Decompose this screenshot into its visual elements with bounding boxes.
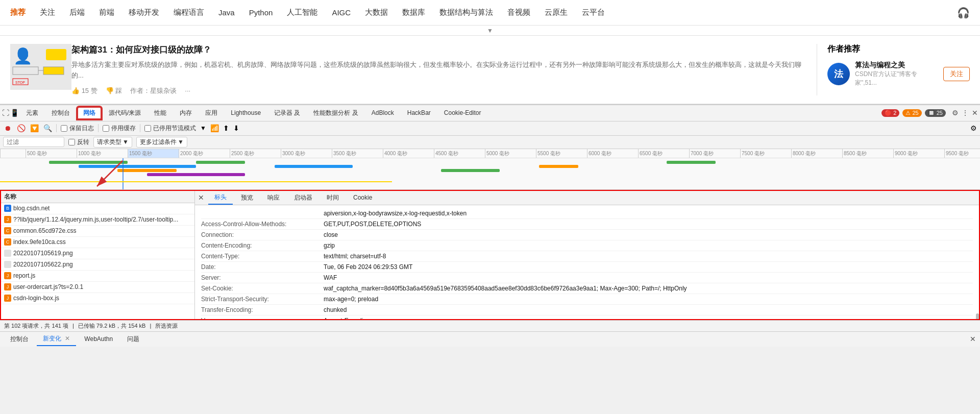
tab-perf-insights[interactable]: 性能数据分析 及 (307, 107, 364, 119)
nav-item-cloud-native[interactable]: 云原生 (545, 8, 568, 17)
detail-tab-timing[interactable]: 时间 (321, 191, 345, 204)
more-filters-dropdown[interactable]: 更多过滤条件 ▼ (136, 137, 187, 148)
search-icon[interactable]: 🔍 (43, 124, 52, 133)
settings-icon[interactable]: ⚙ (952, 109, 959, 117)
follow-button[interactable]: 关注 (943, 67, 970, 81)
toolbar-right: ⚙ (970, 124, 977, 132)
nav-item-recommended[interactable]: 推荐 (10, 8, 26, 17)
download-icon[interactable]: ⬇ (233, 124, 239, 132)
nav-item-lang[interactable]: 编程语言 (174, 8, 204, 17)
nav-item-dsa[interactable]: 数据结构与算法 (439, 8, 493, 17)
avatar-icon: 👤 (13, 47, 32, 65)
disable-cache-checkbox[interactable]: 停用缓存 (103, 124, 136, 133)
like-count[interactable]: 👍 15 赞 (71, 86, 97, 95)
tab-source[interactable]: 源代码/来源 (103, 107, 147, 119)
header-name: Vary: (201, 317, 324, 319)
tab-adblock[interactable]: AdBlock (365, 107, 400, 118)
article-thumbnail: 👤 STOP (10, 44, 71, 90)
list-item[interactable]: J ??lib/jquery/1.12.4/jquery.min.js,user… (1, 214, 194, 226)
tick-5000: 5000 毫秒 (485, 149, 536, 158)
nav-item-database[interactable]: 数据库 (402, 8, 425, 17)
close-icon[interactable]: ✕ (972, 109, 978, 117)
tab-application[interactable]: 应用 (199, 107, 224, 119)
detail-close-icon[interactable]: ✕ (198, 193, 204, 202)
req-name-6: 20220107105622.png (13, 261, 191, 268)
detail-tab-headers[interactable]: 标头 (208, 191, 233, 205)
waterfall-bar-9 (667, 161, 716, 164)
list-item[interactable]: C index.9efe10ca.css (1, 237, 194, 248)
list-item[interactable]: B blog.csdn.net (1, 203, 194, 214)
nav-item-media[interactable]: 音视频 (507, 8, 530, 17)
nav-item-follow[interactable]: 关注 (40, 8, 55, 17)
more-options[interactable]: ··· (185, 87, 190, 94)
waterfall-bar-4 (147, 173, 245, 176)
bottom-tab-webauthn[interactable]: WebAuthn (78, 333, 119, 345)
list-item[interactable]: J csdn-login-box.js (1, 293, 194, 304)
more-icon[interactable]: ⋮ (962, 109, 969, 117)
detail-tab-cookies[interactable]: Cookie (347, 192, 378, 203)
status-icon-9: J (4, 295, 11, 302)
invert-input[interactable] (68, 139, 75, 145)
separator: | (72, 323, 74, 329)
throttle-dropdown-icon[interactable]: ▼ (200, 125, 206, 132)
tab-memory[interactable]: 内存 (174, 107, 198, 119)
tab-recorder[interactable]: 记录器 及 (268, 107, 306, 119)
tab-console[interactable]: 控制台 (45, 107, 76, 119)
close-devtools-icon[interactable]: ✕ (970, 335, 976, 343)
close-changes-icon[interactable]: ✕ (65, 335, 70, 342)
nav-item-aigc[interactable]: AIGC (332, 8, 351, 17)
tick-1000: 1000 毫秒 (77, 149, 128, 158)
header-row: Transfer-Encoding: chunked (201, 305, 973, 315)
nav-item-backend[interactable]: 后端 (69, 8, 85, 17)
author-name-text[interactable]: 算法与编程之美 (855, 61, 938, 70)
nav-item-ai[interactable]: 人工智能 (287, 8, 317, 17)
list-item[interactable]: J user-ordercart.js?ts=2.0.1 (1, 282, 194, 293)
filter-icon[interactable]: 🔽 (30, 124, 39, 133)
preserve-log-input[interactable] (61, 125, 67, 132)
device-icon[interactable]: 📱 (10, 109, 19, 117)
tab-network[interactable]: 网络 (77, 107, 102, 119)
list-item[interactable]: J report.js (1, 271, 194, 282)
tab-cookie-editor[interactable]: Cookie-Editor (438, 107, 487, 118)
nav-item-java[interactable]: Java (218, 8, 235, 17)
timeline-ruler: 500 毫秒 1000 毫秒 1500 毫秒 2000 毫秒 2500 毫秒 3… (0, 149, 980, 158)
tab-hackbar[interactable]: HackBar (401, 107, 437, 118)
settings-icon-2[interactable]: ⚙ (970, 124, 977, 132)
nav-item-mobile[interactable]: 移动开发 (129, 8, 159, 17)
upload-icon[interactable]: ⬆ (223, 124, 229, 132)
tab-elements[interactable]: 元素 (20, 107, 44, 119)
expand-nav-icon[interactable]: ▼ (487, 27, 493, 34)
header-name: Strict-Transport-Security: (201, 296, 324, 303)
bottom-tab-console[interactable]: 控制台 (4, 333, 35, 346)
detail-tab-initiator[interactable]: 启动器 (288, 191, 318, 204)
invert-checkbox[interactable]: 反转 (68, 138, 89, 147)
list-item[interactable]: 20220107105619.png (1, 248, 194, 259)
info-badge: 🔲 25 (925, 109, 946, 117)
nav-item-python[interactable]: Python (249, 8, 273, 17)
offline-mode-checkbox[interactable]: 已停用节流模式 (144, 124, 196, 133)
list-item[interactable]: 20220107105622.png (1, 259, 194, 271)
disable-cache-input[interactable] (103, 125, 109, 132)
filter-input[interactable] (3, 137, 64, 147)
timeline-waterfall[interactable] (0, 158, 980, 190)
bottom-tab-changes[interactable]: 新变化 ✕ (37, 332, 76, 346)
separator-1 (56, 124, 57, 132)
nav-item-cloud-platform[interactable]: 云平台 (582, 8, 605, 17)
tab-performance[interactable]: 性能 (148, 107, 173, 119)
article-title[interactable]: 架构篇31：如何应对接口级的故障？ (71, 44, 806, 56)
preserve-log-checkbox[interactable]: 保留日志 (61, 124, 94, 133)
offline-mode-input[interactable] (144, 125, 151, 132)
dislike-btn[interactable]: 👎 踩 (106, 86, 122, 95)
timeline-yellow-line (0, 181, 392, 182)
list-item[interactable]: C common.65cd972e.css (1, 226, 194, 237)
clear-icon[interactable]: 🚫 (16, 124, 26, 133)
bottom-tab-issues[interactable]: 问题 (121, 333, 145, 346)
detail-tab-response[interactable]: 响应 (261, 191, 286, 204)
detail-tab-preview[interactable]: 预览 (235, 191, 259, 204)
nav-item-bigdata[interactable]: 大数据 (365, 8, 388, 17)
inspect-icon[interactable]: ⛶ (2, 109, 9, 117)
nav-item-frontend[interactable]: 前端 (99, 8, 114, 17)
request-type-dropdown[interactable]: 请求类型 ▼ (93, 137, 132, 148)
record-icon[interactable]: ⏺ (3, 124, 12, 133)
tab-lighthouse[interactable]: Lighthouse (225, 107, 267, 118)
